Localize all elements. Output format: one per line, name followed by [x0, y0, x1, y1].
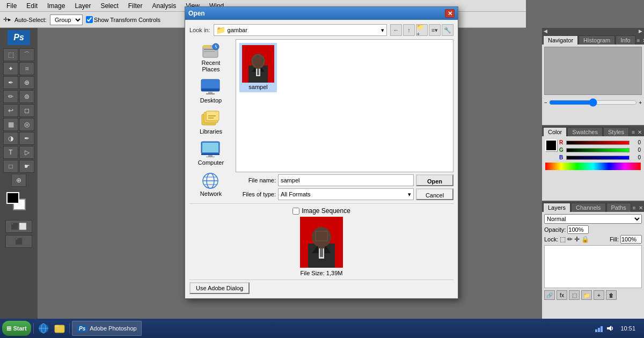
- dialog-close-button[interactable]: ✕: [445, 9, 455, 18]
- menu-edit[interactable]: Edit: [22, 1, 42, 11]
- zoom-in-icon[interactable]: +: [639, 100, 642, 106]
- lasso-tool[interactable]: ⌒: [19, 48, 34, 61]
- nav-back-btn[interactable]: ←: [390, 24, 402, 36]
- layers-panel-close[interactable]: ✕: [638, 204, 644, 212]
- tab-color[interactable]: Color: [543, 127, 567, 136]
- blend-mode-dropdown[interactable]: Normal: [544, 214, 642, 224]
- sidebar-item-recent[interactable]: Recent Places: [191, 39, 231, 75]
- screen-mode-tool[interactable]: ⬛: [5, 235, 32, 248]
- open-button[interactable]: Open: [416, 174, 453, 186]
- collapse-left-icon[interactable]: ◀: [544, 28, 547, 34]
- new-group-btn[interactable]: 📁: [581, 290, 592, 300]
- path-tool[interactable]: ▷: [19, 146, 34, 159]
- zoom-out-icon[interactable]: −: [544, 100, 547, 106]
- lookin-dropdown[interactable]: 📁 gambar ▾: [214, 24, 387, 36]
- menu-image[interactable]: Image: [43, 1, 69, 11]
- lock-all-icon[interactable]: 🔒: [581, 236, 589, 243]
- systray-network-icon[interactable]: [595, 324, 603, 333]
- tab-info[interactable]: Info: [616, 35, 635, 45]
- green-slider[interactable]: [566, 148, 630, 152]
- layers-panel-menu[interactable]: ≡: [632, 204, 637, 212]
- nav-panel-close[interactable]: ✕: [641, 36, 644, 45]
- filetype-dropdown[interactable]: All Formats ▾: [278, 188, 414, 200]
- add-mask-btn[interactable]: ⬚: [569, 290, 580, 300]
- lock-image-icon[interactable]: ✏: [567, 236, 573, 243]
- quick-mask-tool[interactable]: ⬛⬜: [5, 220, 32, 233]
- taskbar-app-ps[interactable]: Ps Adobe Photoshop: [72, 321, 142, 336]
- nav-tools-btn[interactable]: 🔧: [442, 24, 453, 36]
- blur-tool[interactable]: ◎: [19, 118, 34, 131]
- tab-paths[interactable]: Paths: [606, 203, 631, 212]
- tab-histogram[interactable]: Histogram: [579, 35, 615, 45]
- color-panel-close[interactable]: ✕: [636, 128, 643, 136]
- menu-analysis[interactable]: Analysis: [148, 1, 180, 11]
- clone-tool[interactable]: ⊚: [19, 90, 34, 103]
- nav-new-folder-btn[interactable]: 📁+: [416, 24, 428, 36]
- nav-up-btn[interactable]: ↑: [403, 24, 415, 36]
- layer-fx-btn[interactable]: fx: [557, 290, 567, 300]
- computer-label: Computer: [198, 159, 224, 166]
- pen-tool[interactable]: ✒: [19, 132, 34, 145]
- sidebar-item-libraries[interactable]: Libraries: [191, 108, 231, 137]
- systray-volume-icon[interactable]: [605, 324, 614, 333]
- lock-position-icon[interactable]: ✛: [574, 236, 580, 243]
- cancel-button[interactable]: Cancel: [416, 188, 453, 200]
- dodge-tool[interactable]: ◑: [3, 132, 18, 145]
- fg-color-swatch[interactable]: [6, 192, 19, 204]
- spot-heal-tool[interactable]: ⊕: [19, 76, 34, 89]
- new-layer-btn[interactable]: +: [594, 290, 604, 300]
- link-layers-btn[interactable]: 🔗: [544, 290, 555, 300]
- start-button[interactable]: ⊞ Start: [2, 321, 31, 336]
- image-sequence-checkbox[interactable]: [292, 208, 299, 215]
- sidebar-item-desktop[interactable]: Desktop: [191, 77, 231, 106]
- auto-select-dropdown[interactable]: Group: [50, 14, 83, 25]
- quicklaunch-ie[interactable]: [36, 321, 51, 336]
- fill-input[interactable]: [620, 235, 642, 244]
- gradient-tool[interactable]: ▦: [3, 118, 18, 131]
- brush-tool[interactable]: ✏: [3, 90, 18, 103]
- magic-wand-tool[interactable]: ✦: [3, 62, 18, 75]
- tab-layers[interactable]: Layers: [543, 203, 570, 212]
- svg-rect-40: [318, 246, 325, 248]
- lock-transparent-icon[interactable]: ⬚: [560, 236, 566, 243]
- tab-navigator[interactable]: Navigator: [543, 35, 578, 45]
- filename-input[interactable]: [278, 174, 414, 186]
- menu-filter[interactable]: Filter: [124, 1, 147, 11]
- text-tool[interactable]: T: [3, 146, 18, 159]
- nav-zoom-slider[interactable]: [549, 98, 637, 107]
- shape-tool[interactable]: □: [3, 160, 18, 173]
- show-transform-checkbox[interactable]: Show Transform Controls: [86, 16, 160, 23]
- history-tool[interactable]: ↩: [3, 104, 18, 117]
- menu-layer[interactable]: Layer: [70, 1, 95, 11]
- hand-tool[interactable]: ☛: [19, 160, 34, 173]
- quicklaunch-explorer[interactable]: [52, 321, 67, 336]
- sidebar-item-computer[interactable]: Computer: [191, 139, 231, 168]
- tab-channels[interactable]: Channels: [571, 203, 605, 212]
- tab-styles[interactable]: Styles: [603, 127, 629, 136]
- color-spectrum-bar[interactable]: [545, 163, 641, 170]
- delete-layer-btn[interactable]: 🗑: [606, 290, 617, 300]
- color-fg-swatch[interactable]: [545, 139, 557, 151]
- use-adobe-dialog-button[interactable]: Use Adobe Dialog: [189, 282, 250, 294]
- red-slider[interactable]: [566, 141, 630, 145]
- zoom-tool[interactable]: ⊕: [11, 174, 26, 187]
- collapse-right-icon[interactable]: ▶: [639, 28, 642, 34]
- opacity-input[interactable]: [567, 225, 589, 234]
- sidebar-item-network[interactable]: Network: [191, 170, 231, 199]
- menu-file[interactable]: File: [2, 1, 21, 11]
- nav-views-btn[interactable]: ≡▾: [429, 24, 441, 36]
- recent-places-label: Recent Places: [193, 60, 229, 72]
- menu-select[interactable]: Select: [96, 1, 122, 11]
- eraser-tool[interactable]: ◻: [19, 104, 34, 117]
- file-item-sampel[interactable]: sampel: [239, 43, 277, 92]
- tab-swatches[interactable]: Swatches: [567, 127, 603, 136]
- marquee-tool[interactable]: ⬚: [3, 48, 18, 61]
- filetype-label: Files of type:: [236, 191, 276, 197]
- nav-panel-menu[interactable]: ≡: [636, 36, 641, 45]
- lock-label: Lock:: [544, 236, 558, 243]
- blue-slider[interactable]: [566, 156, 630, 160]
- dialog-title: Open: [188, 10, 205, 17]
- color-panel-menu[interactable]: ≡: [631, 128, 636, 136]
- eyedropper-tool[interactable]: ✒: [3, 76, 18, 89]
- crop-tool[interactable]: ⌗: [19, 62, 34, 75]
